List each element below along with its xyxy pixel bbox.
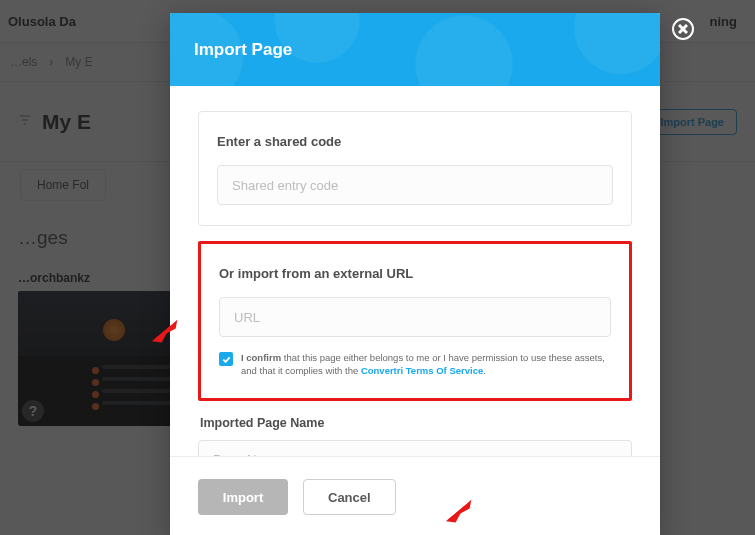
cancel-button[interactable]: Cancel [303, 479, 396, 515]
shared-code-label: Enter a shared code [217, 134, 613, 149]
import-button[interactable]: Import [198, 479, 288, 515]
confirm-period: . [483, 365, 486, 376]
confirm-row: I confirm that this page either belongs … [219, 351, 611, 378]
modal-body: Enter a shared code Or import from an ex… [170, 86, 660, 456]
page-name-label: Imported Page Name [200, 416, 632, 430]
modal-footer: Import Cancel [170, 456, 660, 535]
confirm-bold: I confirm [241, 352, 281, 363]
modal-title: Import Page [194, 40, 292, 60]
import-page-modal: Import Page Enter a shared code Or impor… [170, 13, 660, 535]
confirm-text: I confirm that this page either belongs … [241, 351, 611, 378]
close-icon[interactable] [672, 18, 694, 40]
page-name-input[interactable] [198, 440, 632, 456]
tos-link[interactable]: Convertri Terms Of Service [361, 365, 483, 376]
shared-code-input[interactable] [217, 165, 613, 205]
external-url-input[interactable] [219, 297, 611, 337]
external-url-label: Or import from an external URL [219, 266, 611, 281]
shared-code-card: Enter a shared code [198, 111, 632, 226]
modal-header: Import Page [170, 13, 660, 86]
confirm-checkbox[interactable] [219, 352, 233, 366]
external-url-card: Or import from an external URL I confirm… [198, 241, 632, 401]
